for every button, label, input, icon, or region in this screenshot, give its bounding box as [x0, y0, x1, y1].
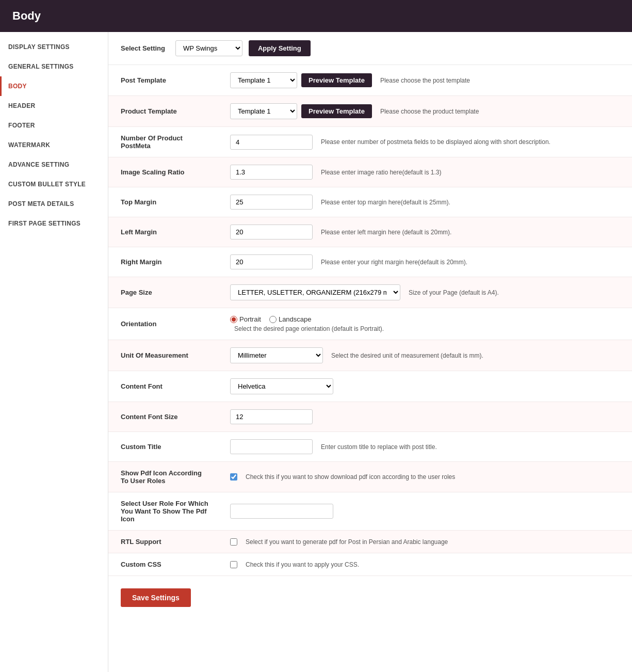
table-row: Number Of Product PostMeta Please enter …: [108, 127, 632, 157]
table-row: Unit Of Measurement Millimeter Inch Cent…: [108, 340, 632, 371]
content-font-dropdown[interactable]: Helvetica Arial Times New Roman Courier: [230, 378, 333, 394]
user-role-label: Select User Role For Which You Want To S…: [108, 492, 222, 531]
post-template-value: Template 1 Template 2 Template 3 Preview…: [222, 65, 632, 96]
product-template-help: Please choose the product template: [380, 108, 479, 115]
table-row: Content Font Size: [108, 402, 632, 432]
show-pdf-icon-help: Check this if you want to show download …: [246, 473, 455, 481]
sidebar-item-post-meta-details[interactable]: POST META DETAILS: [0, 194, 108, 214]
custom-css-value: Check this if you want to apply your CSS…: [222, 553, 632, 576]
left-margin-label: Left Margin: [108, 217, 222, 247]
image-scaling-help: Please enter image ratio here(default is…: [321, 169, 441, 176]
rtl-support-value: Select if you want to generate pdf for P…: [222, 531, 632, 553]
left-margin-input[interactable]: [230, 225, 313, 239]
sidebar-item-display-settings[interactable]: DISPLAY SETTINGS: [0, 37, 108, 57]
custom-title-label: Custom Title: [108, 432, 222, 462]
page-size-label: Page Size: [108, 277, 222, 308]
select-setting-dropdown[interactable]: WP Swings: [175, 40, 242, 56]
show-pdf-icon-label: Show Pdf Icon According To User Roles: [108, 462, 222, 492]
left-margin-help: Please enter left margin here (default i…: [321, 229, 451, 236]
sidebar-item-first-page-settings[interactable]: FIRST PAGE SETTINGS: [0, 214, 108, 233]
table-row: Top Margin Please enter top margin here(…: [108, 187, 632, 217]
top-margin-help: Please enter top margin here(default is …: [321, 199, 450, 206]
image-scaling-label: Image Scaling Ratio: [108, 157, 222, 187]
content-font-label: Content Font: [108, 371, 222, 402]
table-row: Orientation Portrait Landscape: [108, 308, 632, 340]
image-scaling-value: Please enter image ratio here(default is…: [222, 157, 632, 187]
page-size-dropdown[interactable]: LETTER, USLETTER, ORGANIZERM (216x279 mm…: [230, 284, 400, 300]
num-postmeta-help: Please enter number of postmeta fields t…: [321, 138, 550, 146]
image-scaling-input[interactable]: [230, 165, 313, 180]
rtl-support-checkbox[interactable]: [230, 538, 237, 546]
select-setting-bar: Select Setting WP Swings Apply Setting: [108, 32, 632, 65]
user-role-input[interactable]: [230, 504, 333, 519]
table-row: Image Scaling Ratio Please enter image r…: [108, 157, 632, 187]
table-row: Left Margin Please enter left margin her…: [108, 217, 632, 247]
page-size-value: LETTER, USLETTER, ORGANIZERM (216x279 mm…: [222, 277, 632, 308]
product-template-label: Product Template: [108, 96, 222, 127]
right-margin-label: Right Margin: [108, 247, 222, 277]
custom-css-checkbox[interactable]: [230, 561, 237, 568]
landscape-label: Landscape: [279, 315, 312, 323]
select-setting-label: Select Setting: [121, 44, 165, 52]
sidebar-item-footer[interactable]: FOOTER: [0, 116, 108, 135]
custom-css-help: Check this if you want to apply your CSS…: [246, 561, 359, 568]
product-template-dropdown[interactable]: Template 1 Template 2 Template 3: [230, 103, 297, 119]
sidebar-item-advance-setting[interactable]: ADVANCE SETTING: [0, 155, 108, 174]
table-row: Right Margin Please enter your right mar…: [108, 247, 632, 277]
settings-table: Post Template Template 1 Template 2 Temp…: [108, 65, 632, 576]
save-settings-button[interactable]: Save Settings: [121, 588, 191, 607]
sidebar-item-body[interactable]: BODY: [0, 76, 108, 96]
post-template-dropdown[interactable]: Template 1 Template 2 Template 3: [230, 72, 297, 88]
right-margin-help: Please enter your right margin here(defa…: [321, 259, 467, 266]
content-area: Select Setting WP Swings Apply Setting P…: [108, 32, 632, 672]
unit-measurement-help: Select the desired unit of measurement (…: [331, 352, 483, 359]
save-row: Save Settings: [108, 576, 632, 619]
num-postmeta-input[interactable]: [230, 135, 313, 150]
sidebar-item-watermark[interactable]: WATERMARK: [0, 135, 108, 155]
show-pdf-icon-checkbox[interactable]: [230, 473, 237, 481]
orientation-help: Select the desired page orientation (def…: [234, 325, 624, 332]
custom-title-help: Enter custom title to replace with post …: [321, 443, 437, 451]
sidebar-item-custom-bullet-style[interactable]: CUSTOM BULLET STYLE: [0, 174, 108, 194]
sidebar-item-header[interactable]: HEADER: [0, 96, 108, 116]
custom-title-input[interactable]: [230, 439, 313, 454]
portrait-radio-label[interactable]: Portrait: [230, 315, 261, 323]
landscape-radio[interactable]: [269, 316, 277, 323]
content-font-size-input[interactable]: [230, 409, 313, 424]
show-pdf-icon-value: Check this if you want to show download …: [222, 462, 632, 492]
apply-setting-button[interactable]: Apply Setting: [249, 40, 311, 56]
table-row: Custom CSS Check this if you want to app…: [108, 553, 632, 576]
right-margin-input[interactable]: [230, 254, 313, 269]
portrait-radio[interactable]: [230, 316, 237, 323]
page-header: Body: [0, 0, 632, 32]
table-row: Content Font Helvetica Arial Times New R…: [108, 371, 632, 402]
orientation-label: Orientation: [108, 308, 222, 340]
top-margin-input[interactable]: [230, 195, 313, 210]
num-postmeta-label: Number Of Product PostMeta: [108, 127, 222, 157]
top-margin-label: Top Margin: [108, 187, 222, 217]
num-postmeta-value: Please enter number of postmeta fields t…: [222, 127, 632, 157]
landscape-radio-label[interactable]: Landscape: [269, 315, 312, 323]
post-template-label: Post Template: [108, 65, 222, 96]
user-role-value: [222, 492, 632, 531]
right-margin-value: Please enter your right margin here(defa…: [222, 247, 632, 277]
portrait-label: Portrait: [239, 315, 261, 323]
custom-title-value: Enter custom title to replace with post …: [222, 432, 632, 462]
content-font-size-value: [222, 402, 632, 432]
page-size-help: Size of your Page (default is A4).: [409, 289, 499, 296]
unit-measurement-value: Millimeter Inch Centimeter Select the de…: [222, 340, 632, 371]
table-row: Show Pdf Icon According To User Roles Ch…: [108, 462, 632, 492]
content-font-value: Helvetica Arial Times New Roman Courier: [222, 371, 632, 402]
post-template-preview-button[interactable]: Preview Template: [301, 73, 372, 87]
orientation-value: Portrait Landscape Select the desired pa…: [222, 308, 632, 340]
table-row: Post Template Template 1 Template 2 Temp…: [108, 65, 632, 96]
sidebar: DISPLAY SETTINGS GENERAL SETTINGS BODY H…: [0, 32, 108, 672]
unit-measurement-dropdown[interactable]: Millimeter Inch Centimeter: [230, 347, 323, 363]
table-row: Page Size LETTER, USLETTER, ORGANIZERM (…: [108, 277, 632, 308]
left-margin-value: Please enter left margin here (default i…: [222, 217, 632, 247]
page-title: Body: [12, 9, 41, 22]
product-template-preview-button[interactable]: Preview Template: [301, 104, 372, 118]
sidebar-item-general-settings[interactable]: GENERAL SETTINGS: [0, 57, 108, 76]
table-row: Product Template Template 1 Template 2 T…: [108, 96, 632, 127]
rtl-support-help: Select if you want to generate pdf for P…: [246, 538, 448, 546]
